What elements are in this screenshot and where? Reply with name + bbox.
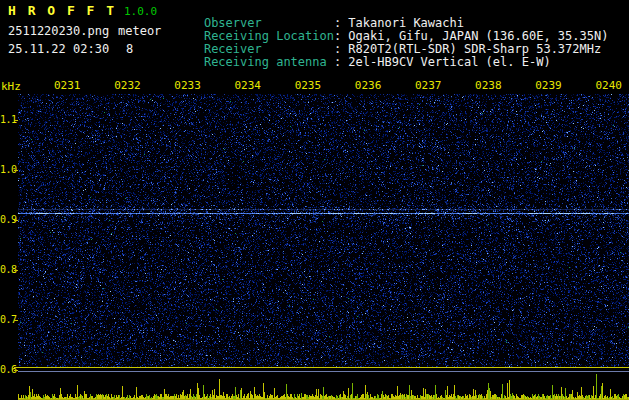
output-file-name: 2511220230.png: [8, 24, 109, 38]
y-tick-label: 1.0: [0, 164, 15, 175]
app-version: 1.0.0: [124, 5, 157, 18]
spectrogram-canvas: [18, 94, 629, 367]
y-tick-label: 0.6: [0, 364, 15, 375]
x-tick-label: 0231: [54, 79, 81, 92]
x-axis-tick-labels: 0231 0232 0233 0234 0235 0236 0237 0238 …: [54, 79, 622, 92]
y-tick-label: 0.8: [0, 264, 15, 275]
y-tick-mark: [14, 270, 18, 271]
x-tick-label: 0232: [114, 79, 141, 92]
app-title: H R O F F T: [8, 3, 116, 18]
echo-count: 8: [126, 42, 133, 56]
hrofft-spectrogram-screen: H R O F F T 1.0.0 2511220230.png meteor …: [0, 0, 629, 400]
x-tick-label: 0238: [475, 79, 502, 92]
x-tick-label: 0235: [295, 79, 322, 92]
x-tick-label: 0240: [595, 79, 622, 92]
x-tick-label: 0236: [355, 79, 382, 92]
y-axis-unit-label: kHz: [1, 80, 21, 93]
y-tick-mark: [14, 370, 18, 371]
x-tick-label: 0237: [415, 79, 442, 92]
y-tick-mark: [14, 170, 18, 171]
y-tick-label: 0.7: [0, 314, 15, 325]
timestamp: 25.11.22 02:30: [8, 42, 109, 56]
mode-label: meteor: [118, 24, 161, 38]
y-tick-label: 0.9: [0, 214, 15, 225]
y-tick-mark: [14, 220, 18, 221]
y-tick-label: 1.1: [0, 114, 15, 125]
x-tick-label: 0233: [174, 79, 201, 92]
info-label: Receiving antenna: [204, 56, 334, 69]
x-tick-label: 0239: [535, 79, 562, 92]
spectrogram-bottom-separator-line: [14, 367, 629, 368]
y-tick-mark: [14, 320, 18, 321]
signal-level-trace-canvas: [18, 372, 629, 400]
info-value: : 2el-HB9CV Vertical (el. E-W): [334, 55, 551, 69]
info-row-receiving-antenna: Receiving antenna: 2el-HB9CV Vertical (e…: [175, 43, 551, 82]
y-tick-mark: [14, 120, 18, 121]
x-tick-label: 0234: [234, 79, 261, 92]
